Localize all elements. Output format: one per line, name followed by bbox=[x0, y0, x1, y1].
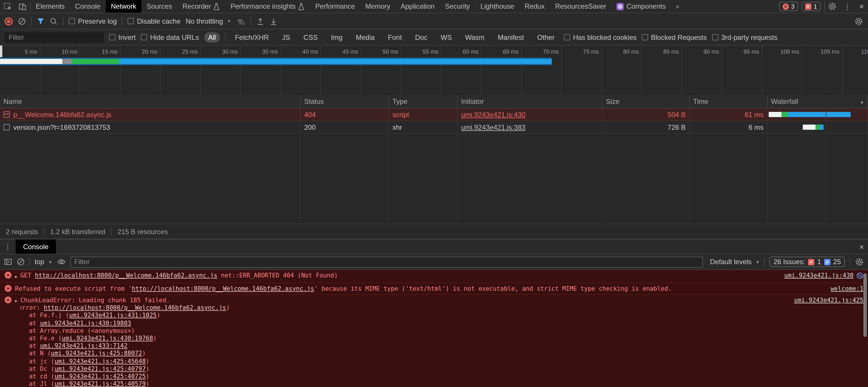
filter-type-manifest[interactable]: Manifest bbox=[494, 32, 528, 42]
stack-frame-link[interactable]: umi.9243e421.js:425:88072 bbox=[51, 350, 142, 357]
stack-frame-link[interactable]: umi.9243e421.js:433:7142 bbox=[40, 342, 127, 349]
stack-frame-link[interactable]: umi.9243e421.js:425:40579 bbox=[55, 380, 146, 387]
tab-console[interactable]: Console bbox=[70, 0, 105, 13]
request-url-link[interactable]: http://localhost:8000/p__Welcome.146bfa6… bbox=[35, 272, 217, 279]
request-row-status[interactable]: 404 bbox=[301, 108, 389, 121]
clear-network-log-icon[interactable] bbox=[18, 17, 26, 25]
source-location-link[interactable]: umi.9243e421.js:430 bbox=[784, 272, 854, 279]
tab-network[interactable]: Network bbox=[105, 0, 142, 13]
request-row-initiator[interactable]: umi.9243e421.js:383 bbox=[458, 121, 602, 134]
more-tabs-button[interactable]: » bbox=[671, 0, 684, 13]
disable-cache-checkbox[interactable] bbox=[128, 18, 134, 24]
clear-console-icon[interactable] bbox=[17, 258, 25, 266]
stack-frame-link[interactable]: umi.9243e421.js:425:40797 bbox=[55, 365, 146, 372]
tab-components[interactable]: Components bbox=[612, 0, 671, 13]
tab-lighthouse[interactable]: Lighthouse bbox=[475, 0, 519, 13]
close-devtools-icon[interactable]: × bbox=[855, 0, 868, 13]
throttling-select[interactable]: No throttling ▼ bbox=[186, 17, 231, 25]
request-row-status[interactable]: 200 bbox=[301, 121, 389, 134]
stack-frame-link[interactable]: umi.9243e421.js:431:1025 bbox=[69, 312, 157, 319]
request-row-name[interactable]: <> p__Welcome.146bfa62.async.js bbox=[0, 108, 301, 121]
tab-performance-insights[interactable]: Performance insights bbox=[225, 0, 310, 13]
column-header-name[interactable]: Name bbox=[0, 95, 301, 108]
column-header-status[interactable]: Status bbox=[301, 95, 389, 108]
stack-frame-link[interactable]: umi.9243e421.js:430:19803 bbox=[40, 319, 131, 326]
tab-performance[interactable]: Performance bbox=[310, 0, 360, 13]
settings-gear-icon[interactable] bbox=[825, 0, 840, 13]
request-row-type[interactable]: script bbox=[389, 108, 458, 121]
search-icon[interactable] bbox=[50, 17, 58, 25]
issues-count-badge[interactable]: × 1 bbox=[801, 2, 820, 11]
overview-band[interactable] bbox=[0, 58, 552, 65]
request-row-waterfall[interactable] bbox=[768, 121, 868, 134]
column-header-size[interactable]: Size bbox=[602, 95, 690, 108]
column-header-time[interactable]: Time bbox=[690, 95, 768, 108]
request-row-time[interactable]: 61 ms bbox=[690, 108, 768, 121]
network-request-icon[interactable] bbox=[857, 272, 863, 279]
filter-type-js[interactable]: JS bbox=[278, 32, 294, 42]
filter-type-wasm[interactable]: Wasm bbox=[461, 32, 489, 42]
filter-type-other[interactable]: Other bbox=[533, 32, 559, 42]
filter-type-all[interactable]: All bbox=[204, 32, 220, 42]
has-blocked-cookies-checkbox[interactable] bbox=[564, 34, 570, 40]
console-settings-gear-icon[interactable] bbox=[855, 257, 864, 266]
request-row-type[interactable]: xhr bbox=[389, 121, 458, 134]
request-url-link[interactable]: http://localhost:8000/p__Welcome.146bfa6… bbox=[132, 285, 314, 292]
stack-frame-link[interactable]: umi.9243e421.js:425:40725 bbox=[55, 373, 146, 380]
scrollbar-thumb[interactable] bbox=[863, 273, 867, 337]
inspect-element-icon[interactable] bbox=[0, 0, 15, 13]
hide-data-urls-checkbox[interactable] bbox=[141, 34, 147, 40]
overview-left-handle[interactable] bbox=[0, 45, 2, 57]
network-settings-gear-icon[interactable] bbox=[854, 17, 863, 26]
console-errors-badge[interactable]: × 3 bbox=[779, 2, 798, 11]
console-filter-input[interactable] bbox=[70, 256, 703, 267]
network-overview-timeline[interactable]: 5 ms10 ms15 ms20 ms25 ms30 ms35 ms40 ms4… bbox=[0, 45, 868, 95]
tab-elements[interactable]: Elements bbox=[31, 0, 70, 13]
request-row-waterfall[interactable] bbox=[768, 108, 868, 121]
tab-resourcessaver[interactable]: ResourcesSaver bbox=[550, 0, 611, 13]
request-row-initiator[interactable]: umi.9243e421.js:430 bbox=[458, 108, 602, 121]
console-sidebar-toggle-icon[interactable] bbox=[4, 258, 12, 266]
tab-sources[interactable]: Sources bbox=[142, 0, 177, 13]
tab-recorder[interactable]: Recorder bbox=[177, 0, 225, 13]
tab-redux[interactable]: Redux bbox=[519, 0, 550, 13]
filter-type-ws[interactable]: WS bbox=[437, 32, 456, 42]
device-toolbar-icon[interactable] bbox=[15, 0, 30, 13]
source-location-link[interactable]: welcome:1 bbox=[831, 285, 863, 292]
import-har-icon[interactable] bbox=[256, 17, 265, 25]
record-network-log-icon[interactable] bbox=[5, 17, 13, 25]
network-conditions-icon[interactable] bbox=[236, 17, 246, 25]
column-header-type[interactable]: Type bbox=[389, 95, 458, 108]
filter-type-media[interactable]: Media bbox=[352, 32, 379, 42]
preserve-log-checkbox[interactable] bbox=[69, 18, 75, 24]
request-row-time[interactable]: 6 ms bbox=[690, 121, 768, 134]
column-header-initiator[interactable]: Initiator bbox=[458, 95, 602, 108]
drawer-kebab-menu-icon[interactable]: ⋮ bbox=[0, 239, 16, 254]
tab-application[interactable]: Application bbox=[395, 0, 439, 13]
drawer-tab-console[interactable]: Console bbox=[16, 239, 56, 254]
export-har-icon[interactable] bbox=[270, 17, 278, 25]
filter-type-css[interactable]: CSS bbox=[300, 32, 322, 42]
blocked-requests-checkbox[interactable] bbox=[642, 34, 648, 40]
source-location-link[interactable]: umi.9243e421.js:425 bbox=[794, 296, 863, 304]
context-selector[interactable]: top ▼ bbox=[35, 258, 52, 266]
invert-checkbox[interactable] bbox=[109, 34, 116, 40]
kebab-menu-icon[interactable]: ⋮ bbox=[840, 0, 855, 13]
request-row-size[interactable]: 504 B bbox=[602, 108, 690, 121]
stack-frame-link[interactable]: umi.9243e421.js:425:45648 bbox=[55, 357, 146, 364]
filter-type-fetch-xhr[interactable]: Fetch/XHR bbox=[231, 32, 273, 42]
network-filter-input[interactable] bbox=[5, 32, 104, 42]
request-url-link[interactable]: http://localhost:8000/p__Welcome.146bfa6… bbox=[44, 304, 226, 311]
filter-funnel-icon[interactable] bbox=[37, 18, 44, 25]
tab-security[interactable]: Security bbox=[440, 0, 475, 13]
stack-frame-link[interactable]: umi.9243e421.js:430:19768 bbox=[62, 334, 153, 342]
eye-icon[interactable] bbox=[57, 258, 65, 265]
filter-type-doc[interactable]: Doc bbox=[411, 32, 431, 42]
filter-type-font[interactable]: Font bbox=[384, 32, 406, 42]
request-row-size[interactable]: 726 B bbox=[602, 121, 690, 134]
third-party-requests-checkbox[interactable] bbox=[712, 34, 718, 40]
column-header-waterfall[interactable]: Waterfall ▲ bbox=[768, 95, 868, 108]
tab-memory[interactable]: Memory bbox=[360, 0, 396, 13]
close-drawer-icon[interactable]: × bbox=[855, 239, 868, 254]
filter-type-img[interactable]: Img bbox=[327, 32, 347, 42]
